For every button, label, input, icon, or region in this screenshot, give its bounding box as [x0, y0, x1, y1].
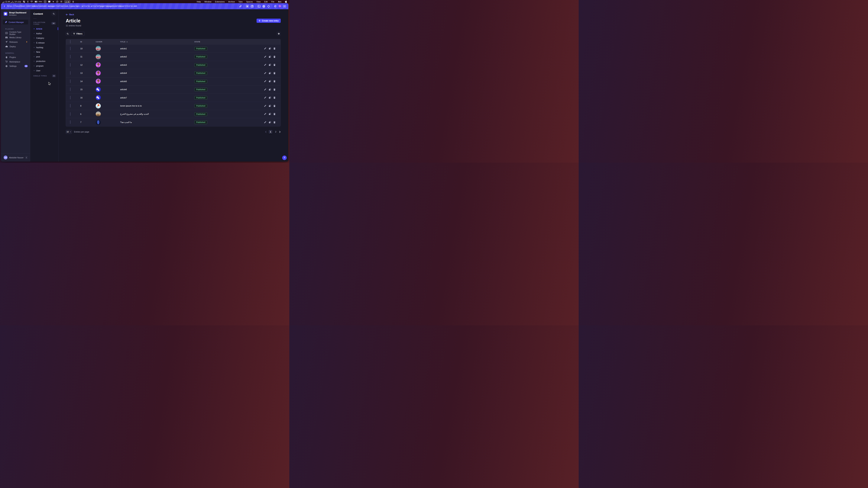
duplicate-button[interactable]: [269, 96, 271, 99]
delete-button[interactable]: [273, 113, 276, 115]
table-row[interactable]: 7 ما الجديد هنا؟ Published: [66, 118, 280, 126]
row-checkbox[interactable]: [70, 79, 70, 83]
devtools-icon[interactable]: [258, 5, 260, 7]
filters-button[interactable]: Filters: [71, 32, 85, 36]
collection-type-author[interactable]: Author: [30, 31, 58, 36]
window-manager-icon[interactable]: [48, 1, 51, 3]
collection-type-user[interactable]: User: [30, 68, 58, 73]
input-source-icon[interactable]: A: [44, 1, 46, 3]
table-row[interactable]: 14 article5 Published: [66, 77, 280, 86]
edit-button[interactable]: [264, 113, 266, 115]
duplicate-button[interactable]: [269, 56, 271, 58]
subnav-search-button[interactable]: [52, 12, 56, 16]
edit-button[interactable]: [264, 88, 266, 91]
collection-type-production[interactable]: production: [30, 59, 58, 64]
row-checkbox[interactable]: [70, 104, 70, 107]
delete-button[interactable]: [273, 105, 276, 107]
collapse-sidebar-button[interactable]: [25, 156, 28, 159]
control-center-icon[interactable]: [23, 1, 25, 3]
menu-view[interactable]: View: [256, 1, 261, 3]
collection-type-post[interactable]: post: [30, 55, 58, 59]
edit-button[interactable]: [264, 56, 266, 58]
split-view-icon[interactable]: [283, 5, 286, 7]
table-row[interactable]: 12 article3 Published: [66, 61, 280, 69]
column-header-title[interactable]: TITLE ▲: [118, 41, 192, 43]
sparkle-icon[interactable]: [52, 1, 55, 3]
subnav-scrollbar[interactable]: [58, 27, 58, 30]
column-header-id[interactable]: ID: [78, 41, 94, 43]
user-name[interactable]: Abdullah Nasser: [9, 157, 24, 159]
edit-button[interactable]: [264, 72, 266, 74]
timer-icon[interactable]: 12:39: [64, 1, 70, 3]
menu-tabs[interactable]: Tabs: [239, 1, 243, 3]
edit-button[interactable]: [264, 105, 266, 107]
sidebar-item-settings[interactable]: Settings 1: [1, 64, 30, 68]
duplicate-button[interactable]: [269, 72, 271, 74]
collection-type-article[interactable]: Article: [30, 27, 58, 31]
url-bar[interactable]: i http://localhost:1337/admin/content-ma…: [1, 3, 288, 9]
duplicate-button[interactable]: [269, 47, 271, 50]
table-row[interactable]: 10 article1 Published: [66, 44, 280, 53]
menu-arc[interactable]: Arc: [278, 1, 281, 3]
row-checkbox[interactable]: [70, 96, 70, 99]
delete-button[interactable]: [273, 72, 276, 74]
collection-type-new[interactable]: New: [30, 50, 58, 55]
menu-edit[interactable]: Edit: [264, 1, 268, 3]
delete-button[interactable]: [273, 56, 276, 58]
table-row[interactable]: 11 article2 Published: [66, 53, 280, 61]
help-button[interactable]: ?: [282, 156, 287, 160]
sidebar-item-content-type-builder[interactable]: Content-Type Builder: [1, 31, 30, 35]
apple-logo-icon[interactable]: [285, 0, 287, 3]
url-text[interactable]: http://localhost:1337/admin/content-mana…: [7, 5, 237, 7]
delete-button[interactable]: [273, 88, 276, 91]
table-row[interactable]: 6 الجديد والقديم في مشروع التخرج Publish…: [66, 110, 280, 118]
previous-page-button[interactable]: [265, 131, 267, 133]
collection-type-hashtag[interactable]: hashtag: [30, 45, 58, 50]
duplicate-button[interactable]: [269, 80, 271, 83]
collection-type-category[interactable]: Category: [30, 36, 58, 40]
next-page-button[interactable]: [279, 131, 281, 133]
boost-icon[interactable]: [278, 5, 281, 8]
page-size-select[interactable]: 10 ▼: [66, 130, 72, 134]
battery-icon[interactable]: 79%: [35, 1, 42, 3]
copy-link-icon[interactable]: [239, 5, 242, 8]
delete-button[interactable]: [273, 64, 276, 66]
bluetooth-icon[interactable]: [27, 1, 29, 3]
drop-arrow-icon[interactable]: [72, 1, 74, 3]
edit-button[interactable]: [264, 47, 266, 50]
duplicate-button[interactable]: [269, 121, 271, 124]
search-button[interactable]: [66, 32, 70, 36]
row-checkbox[interactable]: [70, 112, 70, 116]
menu-help[interactable]: Help: [197, 1, 201, 3]
collection-type-program[interactable]: program: [30, 64, 58, 68]
duplicate-button[interactable]: [269, 88, 271, 91]
wifi-icon[interactable]: [30, 1, 33, 3]
delete-button[interactable]: [273, 96, 276, 99]
table-row[interactable]: 13 article4 Published: [66, 69, 280, 77]
extensions-puzzle-icon[interactable]: [274, 5, 277, 7]
site-info-icon[interactable]: i: [3, 5, 5, 8]
row-checkbox[interactable]: [70, 71, 70, 75]
row-checkbox[interactable]: [70, 63, 70, 67]
delete-button[interactable]: [273, 121, 276, 124]
edit-button[interactable]: [264, 80, 266, 83]
row-checkbox[interactable]: [70, 88, 70, 91]
menu-window[interactable]: Window: [205, 1, 211, 3]
row-checkbox[interactable]: [70, 120, 70, 124]
create-new-entry-button[interactable]: Create new entry: [256, 19, 281, 23]
edit-button[interactable]: [264, 64, 266, 66]
menu-extensions[interactable]: Extensions: [215, 1, 224, 3]
menu-archive[interactable]: Archive: [228, 1, 235, 3]
duplicate-button[interactable]: [269, 105, 271, 107]
page-button-2[interactable]: 2: [275, 131, 277, 133]
table-settings-button[interactable]: [277, 32, 281, 36]
column-header-cover[interactable]: COVER: [94, 41, 118, 43]
menu-spaces[interactable]: Spaces: [246, 1, 253, 3]
table-row[interactable]: 15 article6 Published: [66, 85, 280, 94]
easel-icon[interactable]: [246, 5, 249, 8]
globe-icon[interactable]: [262, 5, 265, 8]
sidebar-item-marketplace[interactable]: Marketplace: [1, 60, 30, 64]
edit-button[interactable]: [264, 96, 266, 99]
table-row[interactable]: 16 article7 Published: [66, 94, 280, 102]
sidebar-item-releases[interactable]: Releases: [1, 40, 30, 44]
